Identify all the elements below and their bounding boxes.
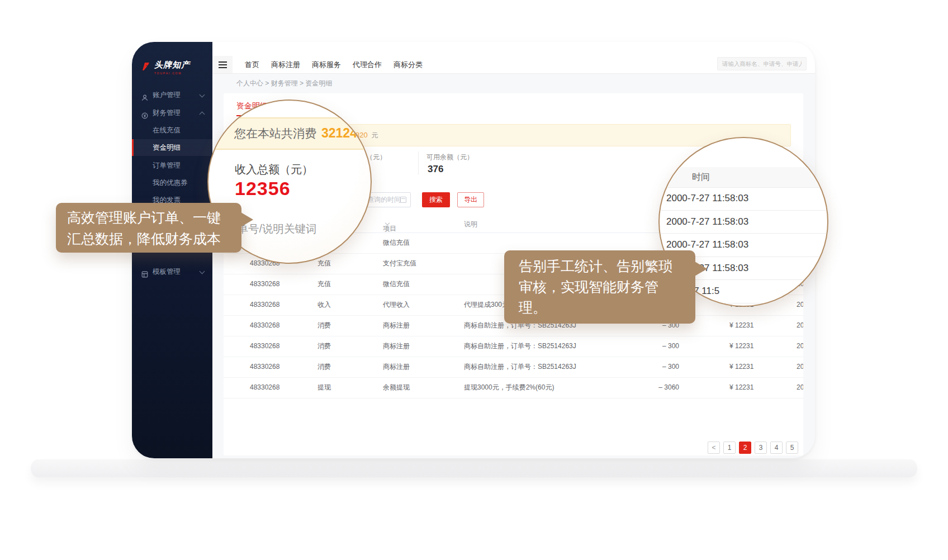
expense-total-label: （元） [366,153,386,162]
cell-type: 提现 [317,378,331,397]
cell-order: 48330268 [250,357,279,377]
pagination: <12345 [708,442,798,454]
stats-divider [418,151,419,175]
sidebar-item-label: 账户管理 [153,91,181,99]
nav-item-2[interactable]: 商标服务 [312,60,341,70]
cell-desc: 商标自助注册，订单号：SB2514263J [464,357,576,377]
menu-toggle[interactable] [212,56,233,73]
table-row: 48330268提现余额提现提现3000元，手续费2%(60元)– 3060¥ … [224,378,803,398]
nav-item-0[interactable]: 首页 [245,60,259,70]
sidebar-item-coupons[interactable]: 我的优惠券 [132,174,212,191]
cell-time: 2000-7-27 11:58:03 [797,378,803,397]
chevron-up-icon [200,112,205,117]
pagination-page-3[interactable]: 3 [755,442,767,454]
user-icon [141,91,149,99]
pagination-page-4[interactable]: 4 [770,442,783,454]
header-desc: 说明 [464,220,477,229]
brand-logo[interactable]: 头牌知产 TOUPAI.COM [140,60,190,75]
cell-project: 支付宝充值 [383,254,416,273]
cell-order: 48330268 [250,295,279,315]
banner-tail-unit: 元 [371,131,378,139]
header-project[interactable]: 项目 [383,220,389,227]
consumption-amount: 32124 [321,126,357,140]
table-row: 48330268消费商标注册商标自助注册，订单号：SB2514263J– 300… [224,336,803,357]
topbar: 首页商标注册商标服务代理合作商标分类 [212,42,815,74]
cell-balance: ¥ 12231 [729,316,753,335]
pagination-page-5[interactable]: 5 [786,442,798,454]
cell-order: 48330268 [250,316,279,335]
chevron-down-icon [200,269,205,274]
template-icon [141,268,149,276]
magnified-time-header: 时间 [660,167,827,188]
sidebar-item-label: 订单管理 [153,162,181,169]
income-total-label: 收入总额（元） [235,162,313,177]
balance-value: 376 [428,164,443,175]
sidebar-item-finance[interactable]: 财务管理 [132,105,212,121]
cell-project: 微信充值 [383,274,410,294]
pagination-prev[interactable]: < [708,442,720,454]
sidebar-item-label: 我的优惠券 [153,179,188,187]
cell-type: 充值 [317,274,331,294]
cell-type: 收入 [317,295,331,315]
brand-name: 头牌知产 [154,60,190,70]
cell-order: 48330268 [250,274,279,294]
cell-project: 商标注册 [383,316,410,335]
calendar-icon [400,197,406,203]
income-total-value: 12356 [235,178,291,200]
sidebar-item-label: 资金明细 [153,144,181,151]
cell-type: 消费 [317,316,331,335]
sidebar-item-label: 在线充值 [153,126,181,134]
cell-project: 代理收入 [383,295,410,315]
magnified-banner-text: 您在本站共消费32124 [234,126,357,141]
cell-desc: 商标自助注册，订单号：SB2514263J [464,336,576,356]
cell-amount: – 300 [623,357,679,377]
cell-project: 微信充值 [383,233,410,253]
sidebar-item-recharge[interactable]: 在线充值 [132,122,212,139]
pagination-page-1[interactable]: 1 [723,442,736,454]
cell-time: 2000-7-27 11:58:03 [797,316,803,335]
export-button[interactable]: 导出 [457,192,484,207]
cell-project: 商标注册 [383,357,410,377]
nav-item-1[interactable]: 商标注册 [271,60,300,70]
top-navigation: 首页商标注册商标服务代理合作商标分类 [245,56,423,73]
cell-time: 2000-7-27 11:58:03 [797,357,803,377]
cell-type: 消费 [317,357,331,377]
cell-project: 商标注册 [383,336,410,356]
breadcrumb: 个人中心 > 财务管理 > 资金明细 [212,73,815,93]
sidebar-item-account[interactable]: 账户管理 [132,87,212,103]
cell-balance: ¥ 12231 [729,357,753,377]
search-button[interactable]: 搜索 [422,192,450,207]
cell-time: 2000-7-27 11:58:03 [797,336,803,356]
brand-subtext: TOUPAI.COM [154,72,190,75]
cell-amount: – 300 [623,336,679,356]
wallet-icon [141,109,149,117]
laptop-base [31,459,917,477]
brand-logo-icon [140,61,151,74]
callout-left: 高效管理账户订单、一键 汇总数据，降低财务成本 [56,203,241,253]
table-row: 48330268消费商标注册商标自助注册，订单号：SB2514263J– 300… [224,357,803,378]
nav-item-4[interactable]: 商标分类 [394,60,423,70]
cell-order: 48330268 [250,336,279,356]
cell-balance: ¥ 12231 [729,378,753,397]
balance-label: 可用余额（元） [426,153,473,162]
sidebar-item-templates[interactable]: 模板管理 [132,263,212,280]
trademark-search-input[interactable] [717,57,807,70]
sidebar-item-label: 模板管理 [153,268,181,276]
magnified-time-row: 2000-7-27 11:58:03 [660,211,827,234]
cell-type: 消费 [317,336,331,356]
cell-order: 48330268 [250,378,279,397]
nav-item-3[interactable]: 代理合作 [353,60,382,70]
cell-balance: ¥ 12231 [729,336,753,356]
sidebar-item-funds-detail[interactable]: 资金明细 [132,139,212,156]
chevron-down-icon [200,92,205,98]
sidebar-item-orders[interactable]: 订单管理 [132,157,212,174]
magnified-time-row: 2000-7-27 11:58:03 [660,187,827,211]
cell-desc: 提现3000元，手续费2%(60元) [464,378,554,397]
cell-project: 余额提现 [383,378,410,397]
hamburger-icon [219,61,227,63]
cell-time: 2000-7-27 11:58:03 [797,295,803,315]
page: 头牌知产 TOUPAI.COM 账户管理财务管理在线充值资金明细订单管理我的优惠… [0,0,948,560]
sidebar-item-label: 财务管理 [153,109,181,117]
pagination-page-2[interactable]: 2 [739,442,751,454]
callout-right: 告别手工统计、告别繁琐 审核，实现智能财务管 理。 [504,250,695,324]
